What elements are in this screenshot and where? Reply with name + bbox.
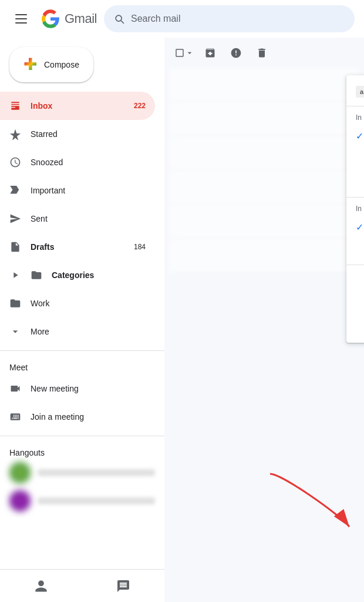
menu-item-add-sublabel[interactable]: Add sublabel [346,315,364,338]
more-label: More [31,327,146,336]
sent-icon [9,213,21,225]
content-area: a Label color ▶ In label list ✓ Show Sho… [164,38,364,602]
important-icon [9,185,21,196]
sidebar-item-starred[interactable]: Starred [0,120,155,148]
important-label: Important [31,186,146,195]
more-expand-icon [9,326,21,337]
report-icon [230,47,242,59]
compose-button[interactable]: ✚ Compose [9,47,93,82]
sidebar-item-join-meeting[interactable]: Join a meeting [0,403,155,431]
categories-expand-icon [9,269,21,281]
sidebar-item-sent[interactable]: Sent [0,205,155,233]
compose-plus-icon: ✚ [23,56,37,73]
meet-section-label: Meet [0,356,164,374]
email-item-5 [169,205,359,238]
select-button[interactable] [174,42,195,63]
menu-item-show[interactable]: ✓ Show [346,124,364,148]
checkmark-icon: ✓ [356,131,364,142]
gmail-logo: Gmail [40,8,97,29]
search-placeholder: Search mail [131,14,180,24]
menu-item-hide2[interactable]: Hide [346,239,364,262]
dropdown-arrow-icon [185,48,194,58]
sidebar-item-new-meeting[interactable]: New meeting [0,374,155,403]
chat-icon [116,579,130,593]
drafts-badge: 184 [134,243,146,251]
inbox-label: Inbox [31,101,124,111]
hangout-avatar-1 [9,462,31,483]
hangout-name-1 [38,469,155,476]
snoozed-icon [9,156,21,168]
in-message-list-header: In message list [346,200,364,215]
work-icon [9,297,21,309]
work-label: Work [31,299,146,308]
menu-item-label-color[interactable]: a Label color ▶ [346,80,364,103]
sidebar-item-more[interactable]: More [0,317,155,346]
search-icon [113,13,125,25]
divider-2 [0,436,164,436]
menu-divider-1 [346,106,364,106]
sidebar-item-categories[interactable]: Categories [0,261,155,289]
sidebar-item-work[interactable]: Work [0,289,155,317]
in-label-list-header: In label list [346,109,364,124]
menu-button[interactable] [9,7,33,31]
inbox-icon [9,100,21,112]
arrow-annotation [258,468,364,539]
email-item-1 [169,68,359,101]
sidebar-item-snoozed[interactable]: Snoozed [0,148,155,176]
menu-item-edit[interactable]: Edit [346,267,364,291]
sent-label: Sent [31,214,146,223]
hangout-item-2[interactable] [0,488,164,514]
join-meeting-label: Join a meeting [31,412,146,422]
email-item-2 [169,102,359,135]
main-layout: ✚ Compose Inbox 222 Starred Snoozed [0,38,364,602]
menu-divider-2 [346,197,364,198]
email-item-6 [169,239,359,272]
hangout-avatar-2 [9,490,31,511]
sidebar-item-important[interactable]: Important [0,176,155,205]
categories-icon [31,269,42,281]
email-item-3 [169,136,359,169]
inbox-badge: 222 [134,102,146,110]
menu-item-hide[interactable]: Hide [346,171,364,195]
video-icon [9,383,21,394]
compose-label: Compose [44,60,79,69]
menu-item-show2[interactable]: ✓ Show [346,215,364,239]
hangouts-tab[interactable] [109,572,137,600]
toolbar [164,38,364,68]
checkbox-icon [174,48,185,58]
app-header: Gmail Search mail [0,0,364,38]
menu-item-remove-label[interactable]: Remove label [346,291,364,315]
delete-icon [256,47,268,59]
starred-label: Starred [31,129,146,139]
search-bar[interactable]: Search mail [104,5,355,32]
bottom-tabs [0,569,164,602]
categories-label: Categories [52,270,146,280]
menu-divider-3 [346,265,364,265]
gmail-title: Gmail [65,11,97,26]
divider-1 [0,350,164,351]
email-item-4 [169,170,359,203]
menu-item-show-if-unread[interactable]: Show if unread [346,148,364,171]
context-menu: a Label color ▶ In label list ✓ Show Sho… [346,75,364,343]
keyboard-icon [9,411,21,423]
hangouts-section-label: Hangouts [0,441,164,460]
sidebar: ✚ Compose Inbox 222 Starred Snoozed [0,38,164,602]
label-color-icon: a [356,86,364,98]
hangout-item-1[interactable] [0,460,164,486]
drafts-label: Drafts [31,242,124,252]
report-button[interactable] [225,42,247,63]
gmail-logo-icon [40,8,61,29]
star-icon [9,128,21,140]
sidebar-item-drafts[interactable]: Drafts 184 [0,233,155,261]
delete-button[interactable] [251,42,272,63]
hangout-name-2 [38,497,155,504]
archive-button[interactable] [200,42,221,63]
profile-tab[interactable] [27,572,55,600]
person-icon [34,579,48,593]
archive-icon [204,47,216,59]
new-meeting-label: New meeting [31,384,146,393]
sidebar-item-inbox[interactable]: Inbox 222 [0,92,155,120]
drafts-icon [9,241,21,253]
email-list [164,68,364,272]
snoozed-label: Snoozed [31,158,146,167]
